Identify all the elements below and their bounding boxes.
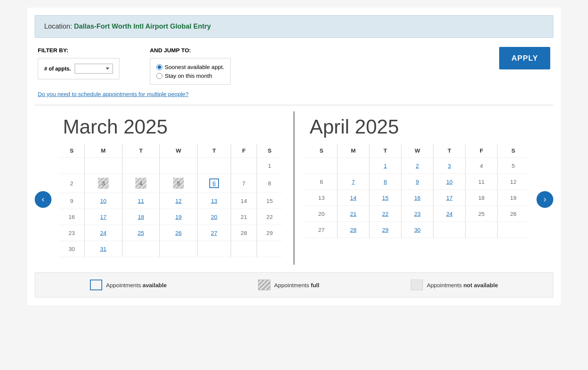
multiple-people-link[interactable]: Do you need to schedule appointments for… xyxy=(35,91,191,97)
mar-day-12[interactable]: 12 xyxy=(160,193,198,209)
table-row: 1 xyxy=(59,158,282,174)
location-prefix: Location: xyxy=(44,23,72,30)
legend-bar: Appointments available Appointments full… xyxy=(35,272,553,298)
apr-day-25: 25 xyxy=(466,206,498,222)
legend-available-label: Appointments xyxy=(106,282,141,288)
mar-day-10[interactable]: 10 xyxy=(85,193,122,209)
filter-box: # of appts. 1 2 3 4 5 xyxy=(38,58,119,79)
col-mon-apr: M xyxy=(337,144,369,158)
mar-day-9: 9 xyxy=(59,193,85,209)
table-row: 2 3 4 5 6 7 8 xyxy=(59,174,282,193)
table-row: 30 31 xyxy=(59,241,282,257)
mar-day-17[interactable]: 17 xyxy=(85,209,122,225)
col-fri-apr: F xyxy=(466,144,498,158)
apr-day-21[interactable]: 21 xyxy=(337,206,369,222)
radio-soonest-label[interactable]: Soonest available appt. xyxy=(165,64,224,70)
col-fri-mar: F xyxy=(231,144,257,158)
col-sat-apr: S xyxy=(498,144,529,158)
table-row: 16 17 18 19 20 21 22 xyxy=(59,209,282,225)
apr-day-9[interactable]: 9 xyxy=(401,174,433,190)
divider xyxy=(35,105,553,105)
apr-day-23[interactable]: 23 xyxy=(401,206,433,222)
legend-na: Appointments not available xyxy=(411,280,498,290)
radio-stay[interactable]: Stay on this month xyxy=(156,72,224,79)
jump-box: Soonest available appt. Stay on this mon… xyxy=(150,58,231,85)
mar-day-24[interactable]: 24 xyxy=(85,225,122,241)
apply-section: APPLY xyxy=(499,47,550,69)
radio-soonest-input[interactable] xyxy=(156,64,162,70)
mar-day-7: 7 xyxy=(231,174,257,193)
apr-day-10[interactable]: 10 xyxy=(433,174,465,190)
mar-day-23: 23 xyxy=(59,225,85,241)
mar-day-22: 22 xyxy=(257,209,282,225)
table-row: 27 28 29 30 xyxy=(306,222,529,238)
mar-day-31[interactable]: 31 xyxy=(85,241,122,257)
col-tue-apr: T xyxy=(369,144,401,158)
prev-nav-button[interactable]: ‹ xyxy=(35,191,51,208)
appts-label: # of appts. xyxy=(44,66,71,72)
apr-day-15[interactable]: 15 xyxy=(369,190,401,206)
table-row: 23 24 25 26 27 28 29 xyxy=(59,225,282,241)
apr-day-3[interactable]: 3 xyxy=(433,158,465,174)
legend-full-box xyxy=(258,280,270,290)
apr-day-8[interactable]: 8 xyxy=(369,174,401,190)
apr-day-24[interactable]: 24 xyxy=(433,206,465,222)
apr-day-22[interactable]: 22 xyxy=(369,206,401,222)
apr-day-1[interactable]: 1 xyxy=(369,158,401,174)
filter-title: FILTER BY: xyxy=(38,47,119,53)
apr-day-14[interactable]: 14 xyxy=(337,190,369,206)
apr-day-17[interactable]: 17 xyxy=(433,190,465,206)
mar-day-25[interactable]: 25 xyxy=(122,225,160,241)
apr-day-27: 27 xyxy=(306,222,337,238)
apr-day-13: 13 xyxy=(306,190,337,206)
april-grid: S M T W T F S 1 xyxy=(306,144,529,238)
mar-day-26[interactable]: 26 xyxy=(160,225,198,241)
col-wed-apr: W xyxy=(401,144,433,158)
legend-available-text: Appointments available xyxy=(106,282,167,288)
radio-stay-label[interactable]: Stay on this month xyxy=(165,72,212,79)
apr-day-29[interactable]: 29 xyxy=(369,222,401,238)
legend-full-bold: full xyxy=(311,282,320,288)
april-title: April 2025 xyxy=(306,115,529,138)
radio-stay-input[interactable] xyxy=(156,73,162,79)
mar-empty xyxy=(231,158,257,174)
mar-empty xyxy=(197,158,231,174)
march-calendar: March 2025 S M T W T F S xyxy=(51,111,290,265)
col-mon-mar: M xyxy=(85,144,122,158)
mar-day-16: 16 xyxy=(59,209,85,225)
apr-day-5: 5 xyxy=(498,158,529,174)
apr-empty xyxy=(306,158,337,174)
mar-day-2: 2 xyxy=(59,174,85,193)
mar-empty xyxy=(122,241,160,257)
mar-day-6[interactable]: 6 xyxy=(197,174,231,193)
appts-select[interactable]: 1 2 3 4 5 xyxy=(75,64,113,74)
legend-available: Appointments available xyxy=(90,280,167,290)
legend-available-box xyxy=(90,280,102,290)
mar-day-20[interactable]: 20 xyxy=(197,209,231,225)
page-wrapper: Location: Dallas-Fort Worth Intl Airport… xyxy=(27,8,561,305)
mar-day-27[interactable]: 27 xyxy=(197,225,231,241)
legend-full-label: Appointments xyxy=(274,282,309,288)
location-label: Location: Dallas-Fort Worth Intl Airport… xyxy=(44,23,211,30)
table-row: 6 7 8 9 10 11 12 xyxy=(306,174,529,190)
jump-title: AND JUMP TO: xyxy=(150,47,231,53)
mar-day-18[interactable]: 18 xyxy=(122,209,160,225)
col-thu-mar: T xyxy=(197,144,231,158)
apr-day-12: 12 xyxy=(498,174,529,190)
apply-button[interactable]: APPLY xyxy=(499,47,550,69)
apr-day-30[interactable]: 30 xyxy=(401,222,433,238)
mar-day-13[interactable]: 13 xyxy=(197,193,231,209)
mar-empty xyxy=(231,241,257,257)
mar-empty xyxy=(85,158,122,174)
mar-day-11[interactable]: 11 xyxy=(122,193,160,209)
mar-day-3: 3 xyxy=(85,174,122,193)
jump-section: AND JUMP TO: Soonest available appt. Sta… xyxy=(150,47,231,85)
mar-day-19[interactable]: 19 xyxy=(160,209,198,225)
legend-na-label: Appointments xyxy=(427,282,462,288)
radio-soonest[interactable]: Soonest available appt. xyxy=(156,64,224,70)
next-nav-button[interactable]: › xyxy=(537,191,553,208)
apr-day-2[interactable]: 2 xyxy=(401,158,433,174)
apr-day-28[interactable]: 28 xyxy=(337,222,369,238)
apr-day-7[interactable]: 7 xyxy=(337,174,369,190)
apr-day-16[interactable]: 16 xyxy=(401,190,433,206)
